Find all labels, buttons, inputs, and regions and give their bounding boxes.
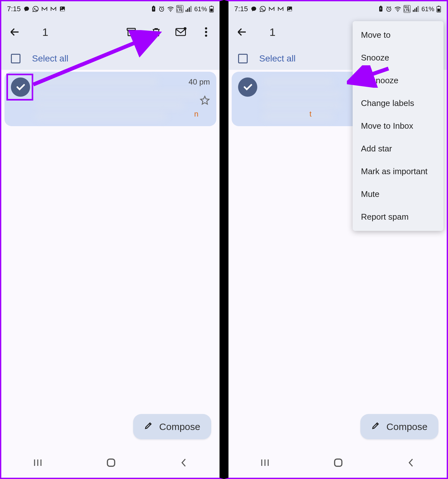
svg-point-1: [61, 7, 62, 8]
menu-mark-important[interactable]: Mark as important: [353, 160, 444, 183]
svg-rect-13: [127, 28, 135, 30]
m-icon-1: [268, 6, 275, 12]
archive-button[interactable]: [125, 26, 138, 38]
svg-rect-6: [186, 10, 187, 12]
status-bar: 7:15: [1, 1, 220, 17]
compose-button[interactable]: Compose: [360, 414, 438, 439]
svg-rect-11: [210, 9, 213, 12]
nav-back-button[interactable]: [180, 458, 188, 469]
wifi-icon: [394, 6, 401, 12]
nav-back-button[interactable]: [407, 458, 415, 469]
email-preview2-blurred: [36, 113, 166, 120]
volte-icon: Vo)LTE: [176, 5, 183, 13]
svg-rect-12: [211, 6, 212, 7]
m-icon-1: [41, 6, 48, 12]
email-time: 40 pm: [188, 77, 210, 86]
signal-icon: [186, 6, 192, 12]
svg-rect-7: [187, 9, 188, 12]
alarm-icon: [158, 6, 165, 12]
email-selected-check[interactable]: [238, 77, 257, 97]
email-sender-blurred: [36, 78, 158, 86]
m-icon-2: [277, 6, 284, 12]
compose-label: Compose: [159, 421, 200, 432]
svg-point-22: [288, 7, 289, 8]
menu-snooze[interactable]: Snooze: [353, 46, 444, 69]
svg-rect-24: [380, 6, 381, 7]
svg-rect-28: [414, 9, 415, 12]
star-icon[interactable]: [200, 95, 210, 107]
mark-unread-button[interactable]: [175, 26, 188, 38]
email-orange-text: n: [194, 110, 198, 118]
menu-change-labels[interactable]: Change labels: [353, 92, 444, 115]
home-button[interactable]: [333, 457, 344, 469]
battery-saver-icon: [378, 6, 383, 12]
menu-add-star[interactable]: Add star: [353, 137, 444, 160]
email-selected-check[interactable]: [11, 77, 30, 97]
svg-point-5: [170, 11, 171, 12]
recents-button[interactable]: [260, 459, 270, 468]
android-nav-bar: [228, 449, 447, 478]
battery-percent: 61%: [421, 5, 434, 13]
select-all-label: Select all: [32, 53, 68, 64]
battery-icon: [209, 5, 214, 12]
action-bar: 1: [1, 17, 220, 47]
email-orange-text: t: [309, 110, 312, 118]
compose-button[interactable]: Compose: [133, 414, 211, 439]
menu-unsnooze[interactable]: Unsnooze: [353, 69, 444, 92]
svg-rect-34: [335, 459, 342, 467]
svg-point-16: [205, 27, 207, 29]
svg-rect-30: [418, 6, 419, 12]
select-all-label: Select all: [259, 53, 296, 64]
overflow-menu: Move to Snooze Unsnooze Change labels Mo…: [353, 21, 444, 231]
m-icon-2: [50, 6, 57, 12]
image-icon: [286, 6, 293, 12]
svg-point-18: [205, 35, 207, 37]
svg-rect-29: [416, 7, 417, 12]
signal-icon: [413, 6, 419, 12]
svg-point-26: [397, 11, 398, 12]
delete-button[interactable]: [150, 26, 163, 38]
svg-rect-27: [413, 10, 414, 12]
svg-rect-9: [190, 6, 191, 12]
email-sender-blurred: [263, 78, 333, 86]
status-bar: 7:15: [228, 1, 447, 17]
back-button[interactable]: [236, 26, 248, 38]
email-preview-blurred: [36, 102, 184, 109]
whatsapp-icon: [32, 6, 39, 12]
pencil-icon: [144, 421, 153, 432]
email-preview-blurred: [263, 102, 341, 109]
android-nav-bar: [1, 449, 220, 478]
svg-rect-14: [176, 28, 186, 36]
battery-saver-icon: [151, 6, 156, 12]
svg-point-17: [205, 31, 207, 33]
svg-rect-33: [438, 6, 439, 7]
whatsapp-icon: [260, 6, 266, 12]
menu-move-to-inbox[interactable]: Move to Inbox: [353, 115, 444, 137]
recents-button[interactable]: [33, 459, 43, 468]
select-all-checkbox[interactable]: [238, 54, 248, 63]
battery-percent: 61%: [194, 5, 207, 13]
svg-rect-32: [437, 9, 440, 12]
status-time: 7:15: [7, 5, 21, 13]
volte-icon: Vo)LTE: [404, 5, 411, 13]
svg-rect-3: [153, 6, 154, 7]
menu-mute[interactable]: Mute: [353, 183, 444, 206]
more-options-button[interactable]: [200, 26, 212, 38]
menu-report-spam[interactable]: Report spam: [353, 206, 444, 228]
email-subject-blurred: [263, 91, 341, 98]
home-button[interactable]: [106, 457, 116, 469]
svg-rect-19: [108, 459, 115, 467]
back-button[interactable]: [8, 26, 21, 38]
image-icon: [59, 6, 66, 12]
compose-label: Compose: [387, 421, 428, 432]
menu-move-to[interactable]: Move to: [353, 24, 444, 46]
wifi-icon: [167, 6, 174, 12]
select-all-row[interactable]: Select all: [1, 47, 220, 70]
chat-bubble-icon: [251, 6, 257, 12]
phone-screenshot-right: 7:15: [224, 0, 448, 479]
select-all-checkbox[interactable]: [11, 54, 20, 63]
pencil-icon: [371, 421, 380, 432]
phone-screenshot-left: 7:15: [0, 0, 224, 479]
battery-icon: [436, 5, 441, 12]
email-item[interactable]: 40 pm n: [4, 72, 216, 126]
